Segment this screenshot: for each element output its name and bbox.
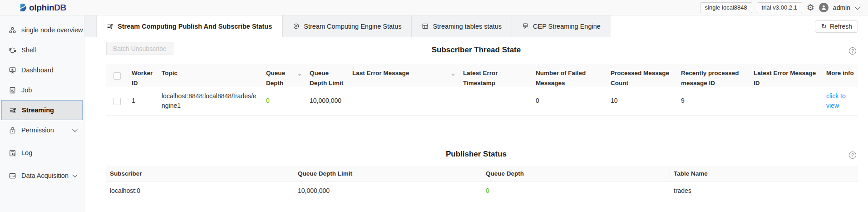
dolphindb-logo[interactable]: olphinDB	[19, 3, 66, 13]
cep-icon	[522, 23, 529, 30]
help-icon[interactable]: ?	[849, 47, 856, 55]
header-checkbox-cell	[106, 64, 128, 86]
refresh-button[interactable]: ↻ Refresh	[815, 20, 858, 33]
table-row: localhost:0 10,000,000 0 trades	[106, 182, 858, 200]
job-icon	[8, 86, 16, 94]
col-queue-depth: Queue Depth	[482, 166, 670, 182]
dolphindb-app: olphinDB single local8848 trial v3.00.2.…	[0, 0, 868, 212]
col-latest-error-timestamp: Latest Error Timestamp	[459, 64, 532, 86]
sidebar-item-dashboard[interactable]: Dashboard	[0, 60, 84, 80]
tab-cep-streaming-engine[interactable]: CEP Streaming Engine	[512, 15, 611, 37]
chevron-down-icon	[72, 127, 77, 132]
cell-topic: localhost:8848:local8848/trades/engine1	[158, 86, 262, 115]
cell-queue-depth-limit: 10,000,000	[294, 182, 482, 200]
tab-streaming-tables-status[interactable]: Streaming tables status	[411, 15, 512, 37]
logo-wordmark: olphinDB	[29, 3, 66, 13]
col-latest-error-message-id: Latest Error Message ID	[750, 64, 823, 86]
publisher-table: Subscriber Queue Depth Limit Queue Depth…	[106, 166, 858, 200]
cell-subscriber: localhost:0	[106, 182, 294, 200]
sidebar-item-label: Permission	[21, 126, 54, 134]
refresh-icon: ↻	[821, 23, 827, 30]
col-last-error-message: Last Error Message	[349, 64, 459, 86]
sidebar-item-label: Dashboard	[21, 66, 54, 74]
sidebar-item-streaming[interactable]: Streaming	[1, 100, 83, 120]
tab-bar: Stream Computing Publish And Subscribe S…	[84, 15, 868, 37]
sidebar-item-label: Shell	[21, 46, 36, 54]
row-checkbox-cell	[106, 86, 128, 115]
sidebar-item-label: Data Acquisition	[21, 172, 69, 179]
col-queue-depth-limit: Queue Depth Limit	[294, 166, 482, 182]
pubsub-icon	[107, 23, 113, 30]
cluster-icon	[8, 26, 16, 34]
filter-caret-icon[interactable]	[451, 74, 455, 76]
chevron-down-icon	[72, 172, 77, 177]
sort-caret-icon[interactable]	[298, 74, 301, 76]
tab-pubsub-status[interactable]: Stream Computing Publish And Subscribe S…	[96, 15, 282, 37]
cell-queue-depth: 0	[482, 182, 670, 200]
col-subscriber: Subscriber	[106, 166, 294, 182]
col-number-of-failed-messages: Number of Failed Messages	[532, 64, 607, 86]
cell-more-info: click to view	[823, 86, 858, 115]
help-icon[interactable]: ?	[849, 151, 856, 159]
col-worker-id: Worker ID	[128, 64, 158, 86]
dolphindb-logo-icon	[19, 3, 29, 12]
chevron-down-icon[interactable]	[855, 4, 861, 10]
avatar-icon[interactable]	[819, 3, 829, 12]
data-acquisition-icon	[8, 172, 16, 180]
node-badge[interactable]: single local8848	[700, 2, 752, 13]
col-topic: Topic	[158, 64, 262, 86]
cell-queue-depth: 0	[262, 86, 306, 115]
tabbar-lead-strip	[84, 15, 96, 37]
top-bar: olphinDB single local8848 trial v3.00.2.…	[0, 0, 868, 15]
cell-latest-error-message-id	[750, 86, 823, 115]
tabbar-filler: ↻ Refresh	[611, 15, 868, 37]
subscriber-thread-state-title: Subscriber Thread State	[84, 45, 868, 55]
refresh-label: Refresh	[830, 23, 852, 30]
cell-worker-id: 1	[128, 86, 158, 115]
version-badge[interactable]: trial v3.00.2.1	[757, 2, 802, 13]
table-icon	[422, 23, 429, 30]
sidebar: single node overview Shell Dashboard	[0, 15, 84, 212]
cell-queue-depth-limit: 10,000,000	[306, 86, 349, 115]
col-queue-depth: Queue Depth	[262, 64, 306, 86]
sidebar-item-data-acquisition[interactable]: Data Acquisition	[0, 166, 84, 186]
sidebar-item-shell[interactable]: Shell	[0, 40, 84, 60]
main-content: Stream Computing Publish And Subscribe S…	[84, 15, 868, 212]
tab-label: Stream Computing Engine Status	[304, 23, 401, 30]
col-table-name: Table Name	[670, 166, 858, 182]
sidebar-item-job[interactable]: Job	[0, 80, 84, 100]
sidebar-item-label: Streaming	[22, 106, 54, 114]
cell-last-error-message	[349, 86, 459, 115]
cell-failed-messages: 0	[532, 86, 607, 115]
col-more-info: More info	[823, 64, 858, 86]
tab-label: Stream Computing Publish And Subscribe S…	[118, 23, 272, 30]
sidebar-item-single-node-overview[interactable]: single node overview	[0, 20, 84, 40]
cell-table-name: trades	[670, 182, 858, 200]
subscriber-table: Worker ID Topic Queue Depth Queue Depth …	[106, 64, 858, 116]
sidebar-item-label: single node overview	[21, 26, 83, 34]
sidebar-item-label: Log	[21, 149, 32, 156]
col-processed-message-count: Processed Message Count	[607, 64, 677, 86]
user-menu[interactable]: admin	[833, 4, 850, 11]
log-icon	[8, 149, 16, 157]
tab-label: CEP Streaming Engine	[533, 23, 601, 30]
tab-engine-status[interactable]: Stream Computing Engine Status	[282, 15, 411, 37]
lock-icon	[8, 126, 16, 134]
col-queue-depth-limit: Queue Depth Limit	[306, 64, 349, 86]
cell-latest-error-timestamp	[459, 86, 532, 115]
tab-label: Streaming tables status	[433, 23, 502, 30]
engine-icon	[293, 23, 300, 30]
gear-icon[interactable]: ⚙	[807, 3, 814, 12]
subscriber-table-header: Worker ID Topic Queue Depth Queue Depth …	[106, 64, 858, 86]
sidebar-item-log[interactable]: Log	[0, 143, 84, 163]
publisher-status-title: Publisher Status	[84, 150, 868, 159]
col-recently-processed-message-id: Recently processed message ID	[677, 64, 750, 86]
streaming-icon	[9, 106, 17, 114]
select-all-checkbox[interactable]	[113, 72, 121, 80]
cell-recent-message-id: 9	[677, 86, 750, 115]
sidebar-item-permission[interactable]: Permission	[0, 120, 84, 140]
row-checkbox[interactable]	[113, 98, 121, 105]
sidebar-item-label: Job	[21, 86, 32, 94]
table-row: 1 localhost:8848:local8848/trades/engine…	[106, 86, 858, 116]
click-to-view-link[interactable]: click to view	[826, 91, 854, 110]
